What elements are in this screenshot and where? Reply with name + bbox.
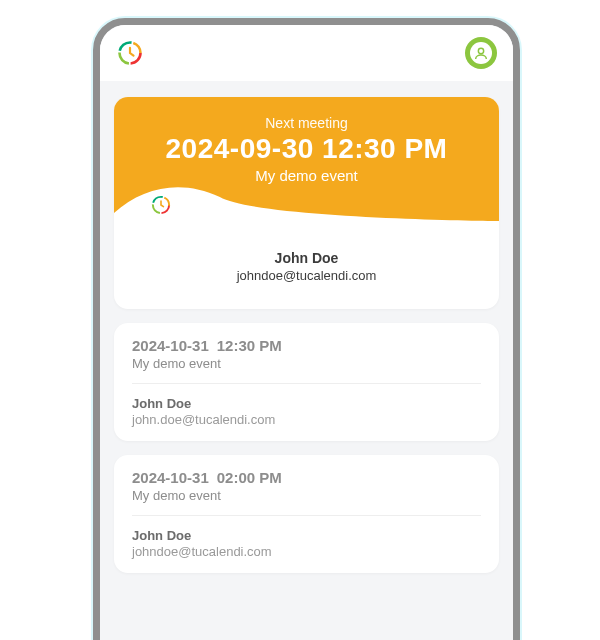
divider — [132, 515, 481, 516]
meeting-contact-name: John Doe — [132, 528, 481, 543]
device-frame: Next meeting 2024-09-30 12:30 PM My demo… — [93, 18, 520, 640]
content-area: Next meeting 2024-09-30 12:30 PM My demo… — [100, 81, 513, 603]
meeting-card[interactable]: 2024-10-3102:00 PM My demo event John Do… — [114, 455, 499, 573]
meeting-card[interactable]: 2024-10-3112:30 PM My demo event John Do… — [114, 323, 499, 441]
meeting-contact-email: johndoe@tucalendi.com — [132, 544, 481, 559]
featured-datetime: 2024-09-30 12:30 PM — [124, 133, 489, 165]
svg-point-4 — [478, 48, 483, 53]
meeting-time: 02:00 PM — [217, 469, 282, 486]
meeting-date: 2024-10-31 — [132, 337, 209, 354]
meeting-date: 2024-10-31 — [132, 469, 209, 486]
app-logo-icon — [148, 192, 174, 218]
featured-contact-email: johndoe@tucalendi.com — [124, 268, 489, 283]
meeting-event-name: My demo event — [132, 356, 481, 371]
divider — [132, 383, 481, 384]
featured-contact-name: John Doe — [124, 250, 489, 266]
featured-meeting-card[interactable]: Next meeting 2024-09-30 12:30 PM My demo… — [114, 97, 499, 309]
top-bar — [100, 25, 513, 81]
meeting-event-name: My demo event — [132, 488, 481, 503]
account-button[interactable] — [465, 37, 497, 69]
featured-header: Next meeting 2024-09-30 12:30 PM My demo… — [114, 97, 499, 224]
meeting-contact-name: John Doe — [132, 396, 481, 411]
user-icon — [470, 42, 492, 64]
meeting-datetime: 2024-10-3102:00 PM — [132, 469, 481, 486]
meeting-time: 12:30 PM — [217, 337, 282, 354]
app-logo-icon — [116, 39, 144, 67]
screen: Next meeting 2024-09-30 12:30 PM My demo… — [100, 25, 513, 640]
featured-label: Next meeting — [124, 115, 489, 131]
meeting-contact-email: john.doe@tucalendi.com — [132, 412, 481, 427]
meeting-datetime: 2024-10-3112:30 PM — [132, 337, 481, 354]
featured-contact: John Doe johndoe@tucalendi.com — [114, 224, 499, 309]
